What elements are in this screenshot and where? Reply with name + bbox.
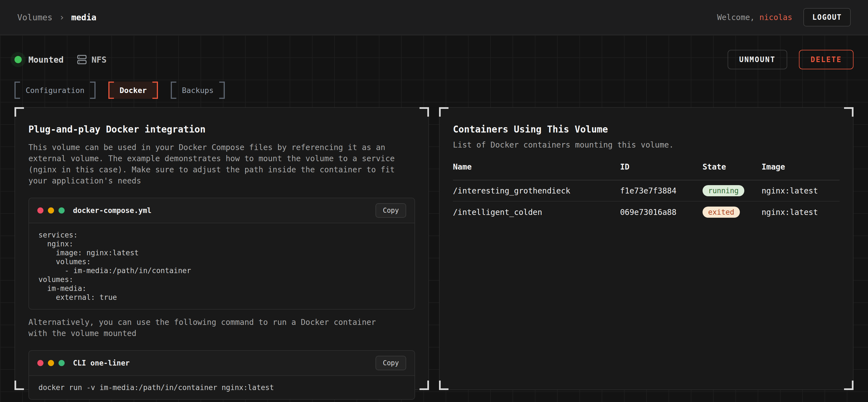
window-dots <box>37 360 65 366</box>
nfs-label: NFS <box>91 55 106 65</box>
unmount-button[interactable]: UNMOUNT <box>727 50 787 69</box>
docker-panel-description: This volume can be used in your Docker C… <box>28 142 399 187</box>
mounted-status-dot-icon <box>14 56 22 63</box>
tab-backups[interactable]: Backups <box>171 81 225 99</box>
delete-button[interactable]: DELETE <box>799 50 854 69</box>
docker-panel-title: Plug-and-play Docker integration <box>28 124 415 135</box>
docker-integration-panel: Plug-and-play Docker integration This vo… <box>14 107 429 390</box>
main-content: Mounted NFS UNMOUNT DELETE Configuration… <box>0 35 868 402</box>
dot-amber-icon <box>48 360 54 366</box>
container-state: running <box>703 185 762 196</box>
volume-status: Mounted NFS <box>14 55 107 65</box>
username: nicolas <box>760 13 792 22</box>
table-row: /intelligent_colden 069e73016a88 exited … <box>453 202 840 223</box>
panel-corner-bracket <box>14 380 24 390</box>
compose-copy-button[interactable]: Copy <box>375 203 406 218</box>
tab-bar: Configuration Docker Backups <box>14 81 854 99</box>
cli-title: CLI one-liner <box>73 359 130 367</box>
table-row: /interesting_grothendieck f1e73e7f3884 r… <box>453 180 840 202</box>
column-header-id: ID <box>620 162 703 171</box>
cli-copy-button[interactable]: Copy <box>375 356 406 370</box>
container-id: 069e73016a88 <box>620 208 703 217</box>
container-id: f1e73e7f3884 <box>620 186 703 195</box>
tab-configuration[interactable]: Configuration <box>14 81 96 99</box>
welcome-prefix: Welcome, <box>717 13 760 22</box>
containers-panel-title: Containers Using This Volume <box>453 124 840 135</box>
top-bar: Volumes › media Welcome, nicolas LOGOUT <box>0 0 868 35</box>
window-dots <box>37 207 65 213</box>
containers-table: Name ID State Image /interesting_grothen… <box>453 162 840 223</box>
panel-corner-bracket <box>14 107 24 116</box>
containers-table-header: Name ID State Image <box>453 162 840 180</box>
panel-corner-bracket <box>844 380 854 390</box>
cli-code-block: CLI one-liner Copy docker run -v im-medi… <box>28 350 415 400</box>
panel-corner-bracket <box>420 380 429 390</box>
container-image: nginx:latest <box>762 208 840 217</box>
container-image: nginx:latest <box>762 186 840 195</box>
compose-filename: docker-compose.yml <box>73 206 152 215</box>
container-state: exited <box>703 207 762 218</box>
server-icon <box>77 55 87 65</box>
status-row: Mounted NFS UNMOUNT DELETE <box>14 50 854 69</box>
top-bar-right: Welcome, nicolas LOGOUT <box>717 8 851 27</box>
dot-green-icon <box>59 360 65 366</box>
status-badge-running: running <box>703 185 744 196</box>
dot-amber-icon <box>48 207 54 213</box>
panels-row: Plug-and-play Docker integration This vo… <box>14 107 854 390</box>
containers-panel-subtitle: List of Docker containers mounting this … <box>453 140 840 149</box>
breadcrumb: Volumes › media <box>17 12 96 23</box>
panel-corner-bracket <box>420 107 429 116</box>
logout-button[interactable]: LOGOUT <box>803 8 851 27</box>
panel-corner-bracket <box>844 107 854 116</box>
welcome-text: Welcome, nicolas <box>717 13 792 22</box>
tab-docker[interactable]: Docker <box>108 81 158 99</box>
breadcrumb-current-volume: media <box>71 12 96 22</box>
compose-code-content: services: nginx: image: nginx:latest vol… <box>29 223 414 309</box>
breadcrumb-volumes-link[interactable]: Volumes <box>17 12 52 22</box>
cli-code-header: CLI one-liner Copy <box>29 351 414 375</box>
dot-green-icon <box>59 207 65 213</box>
chevron-right-icon: › <box>59 12 64 23</box>
status-badge-exited: exited <box>703 207 740 218</box>
nfs-type-indicator: NFS <box>77 55 106 65</box>
dot-red-icon <box>37 207 43 213</box>
panel-corner-bracket <box>439 380 448 390</box>
cli-code-content: docker run -v im-media:/path/in/containe… <box>29 375 414 399</box>
dot-red-icon <box>37 360 43 366</box>
column-header-state: State <box>703 162 762 171</box>
panel-corner-bracket <box>439 107 448 116</box>
containers-panel: Containers Using This Volume List of Doc… <box>439 107 854 390</box>
column-header-name: Name <box>453 162 620 171</box>
column-header-image: Image <box>762 162 840 171</box>
container-name: /interesting_grothendieck <box>453 186 620 195</box>
cli-intro-text: Alternatively, you can use the following… <box>28 317 399 339</box>
container-name: /intelligent_colden <box>453 208 620 217</box>
mounted-status-label: Mounted <box>28 55 63 65</box>
compose-code-block: docker-compose.yml Copy services: nginx:… <box>28 198 415 309</box>
volume-actions: UNMOUNT DELETE <box>727 50 854 69</box>
compose-code-header: docker-compose.yml Copy <box>29 198 414 223</box>
